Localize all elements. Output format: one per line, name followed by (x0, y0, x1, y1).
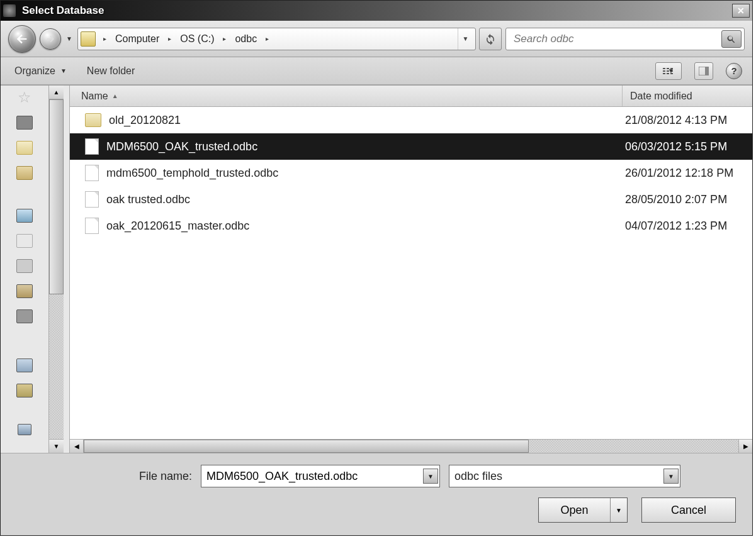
file-icon (85, 165, 99, 181)
scroll-thumb[interactable] (49, 99, 64, 294)
file-date: 28/05/2010 2:07 PM (623, 193, 752, 206)
chevron-right-icon[interactable]: ▸ (166, 35, 174, 42)
breadcrumb-bar[interactable]: ▸ Computer ▸ OS (C:) ▸ odbc ▸ ▼ (77, 28, 476, 50)
help-icon: ? (731, 65, 736, 76)
new-folder-button[interactable]: New folder (83, 63, 138, 79)
organize-menu[interactable]: Organize ▼ (11, 63, 71, 79)
file-row[interactable]: oak_20120615_master.odbc04/07/2012 1:23 … (70, 213, 752, 239)
titlebar: Select Database ✕ (1, 1, 752, 21)
refresh-icon (485, 33, 496, 45)
file-row[interactable]: MDM6500_OAK_trusted.odbc06/03/2012 5:15 … (70, 133, 752, 160)
downloads-icon[interactable] (16, 141, 33, 155)
search-input[interactable] (509, 33, 721, 45)
filename-label: File name: (139, 470, 192, 483)
help-button[interactable]: ? (726, 63, 742, 79)
folder-icon (81, 31, 96, 47)
music-icon[interactable] (16, 259, 33, 273)
column-header-date[interactable]: Date modified (623, 86, 752, 106)
toolbar: Organize ▼ New folder ▼ ? (1, 57, 752, 85)
favorites-icon[interactable]: ☆ (18, 91, 31, 104)
chevron-down-icon: ▼ (668, 67, 674, 74)
file-icon (85, 191, 99, 208)
videos-icon[interactable] (16, 309, 33, 323)
back-button[interactable] (8, 25, 36, 53)
breadcrumb-dropdown[interactable]: ▼ (458, 28, 473, 50)
window-title: Select Database (22, 4, 732, 17)
computer-icon[interactable] (16, 358, 33, 372)
sort-asc-icon: ▲ (112, 92, 118, 99)
search-icon (726, 34, 736, 44)
scroll-up-button[interactable]: ▲ (49, 86, 64, 99)
file-icon (85, 138, 99, 155)
breadcrumb-drive[interactable]: OS (C:) (176, 31, 218, 47)
desktop-icon[interactable] (16, 116, 33, 130)
file-list[interactable]: old_2012082121/08/2012 4:13 PMMDM6500_OA… (70, 107, 752, 439)
open-button[interactable]: Open ▼ (538, 497, 628, 523)
file-row[interactable]: old_2012082121/08/2012 4:13 PM (70, 107, 752, 133)
filename-input[interactable] (206, 470, 423, 483)
column-date-label: Date modified (630, 91, 692, 102)
recent-icon[interactable] (16, 166, 33, 180)
column-name-label: Name (81, 91, 108, 102)
pictures-icon[interactable] (16, 284, 33, 298)
hscroll-thumb[interactable] (84, 440, 529, 453)
folder-icon (85, 113, 101, 127)
nav-history-dropdown[interactable]: ▼ (65, 28, 74, 50)
chevron-right-icon[interactable]: ▸ (101, 35, 109, 42)
file-name: old_20120821 (109, 114, 623, 127)
preview-pane-button[interactable] (694, 62, 713, 80)
file-icon (85, 218, 99, 234)
preview-pane-icon (699, 67, 709, 75)
filename-combo[interactable]: ▼ (201, 465, 440, 487)
cancel-button-label: Cancel (671, 504, 706, 517)
file-pane: Name ▲ Date modified old_2012082121/08/2… (70, 86, 752, 453)
horizontal-scrollbar[interactable]: ◀ ▶ (70, 439, 752, 453)
hscroll-track[interactable] (84, 440, 738, 453)
scroll-left-button[interactable]: ◀ (70, 440, 84, 453)
arrow-right-icon (45, 34, 55, 44)
dialog-body: ☆ ▲ ▼ (1, 85, 752, 453)
list-icon (663, 68, 665, 74)
scroll-track[interactable] (49, 99, 64, 439)
dialog-window: Select Database ✕ ▼ ▸ Computer ▸ OS (C:)… (0, 0, 753, 536)
file-date: 06/03/2012 5:15 PM (623, 140, 752, 153)
file-date: 04/07/2012 1:23 PM (623, 219, 752, 233)
navbar: ▼ ▸ Computer ▸ OS (C:) ▸ odbc ▸ ▼ (1, 21, 752, 57)
drive-icon[interactable] (16, 384, 33, 397)
app-icon (3, 4, 16, 17)
breadcrumb-computer[interactable]: Computer (111, 31, 163, 47)
view-mode-button[interactable]: ▼ (655, 62, 682, 80)
refresh-button[interactable] (479, 28, 502, 50)
scroll-down-button[interactable]: ▼ (49, 439, 64, 453)
filename-dropdown[interactable]: ▼ (423, 469, 438, 484)
file-name: oak_20120615_master.odbc (106, 219, 623, 233)
forward-button[interactable] (40, 28, 61, 50)
network-icon[interactable] (18, 424, 31, 435)
chevron-right-icon[interactable]: ▸ (263, 35, 271, 42)
filetype-value: odbc files (454, 470, 663, 483)
file-date: 21/08/2012 4:13 PM (623, 114, 752, 127)
file-name: MDM6500_OAK_trusted.odbc (106, 140, 623, 153)
filetype-dropdown[interactable]: ▼ (663, 469, 679, 484)
sidebar-scrollbar[interactable]: ▲ ▼ (48, 86, 64, 453)
libraries-icon[interactable] (16, 209, 33, 223)
file-row[interactable]: mdm6500_temphold_trusted.odbc26/01/2012 … (70, 160, 752, 186)
search-box[interactable] (505, 28, 745, 50)
svg-rect-1 (705, 67, 709, 75)
file-name: mdm6500_temphold_trusted.odbc (106, 167, 623, 180)
scroll-right-button[interactable]: ▶ (738, 440, 752, 453)
organize-label: Organize (14, 65, 55, 77)
chevron-right-icon[interactable]: ▸ (220, 35, 228, 42)
open-split-dropdown[interactable]: ▼ (611, 507, 627, 514)
column-header-name[interactable]: Name ▲ (70, 86, 623, 106)
cancel-button[interactable]: Cancel (641, 497, 736, 523)
new-folder-label: New folder (87, 65, 135, 77)
breadcrumb-folder[interactable]: odbc (231, 31, 261, 47)
column-headers: Name ▲ Date modified (70, 86, 752, 107)
close-button[interactable]: ✕ (732, 4, 750, 18)
filetype-combo[interactable]: odbc files ▼ (449, 465, 680, 487)
file-row[interactable]: oak trusted.odbc28/05/2010 2:07 PM (70, 186, 752, 213)
bottom-panel: File name: ▼ odbc files ▼ Open ▼ Cancel (1, 453, 752, 535)
search-button[interactable] (721, 30, 742, 48)
documents-icon[interactable] (16, 234, 33, 248)
